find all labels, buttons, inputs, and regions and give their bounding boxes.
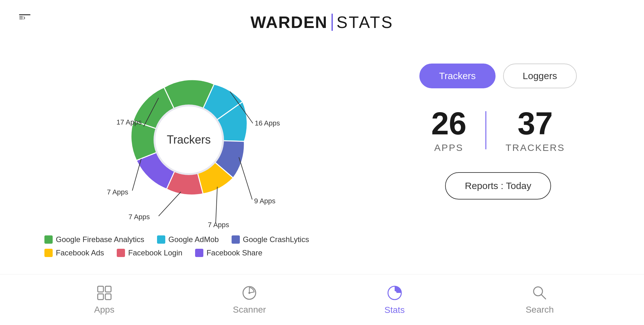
menu-arrow: ≡› <box>19 14 30 15</box>
legend-label-crashlytics: Google CrashLytics <box>243 235 309 244</box>
apps-count: 26 <box>431 107 466 139</box>
legend: Google Firebase Analytics Google AdMob G… <box>25 235 309 257</box>
legend-label-admob: Google AdMob <box>168 235 219 244</box>
legend-item-fb-share: Facebook Share <box>195 248 262 257</box>
svg-line-3 <box>132 159 141 191</box>
svg-line-16 <box>541 295 546 299</box>
legend-color-admob <box>157 235 165 244</box>
legend-row-2: Facebook Ads Facebook Login Facebook Sha… <box>44 248 309 257</box>
donut-svg: 17 Apps 16 Apps 7 Apps 9 Apps 7 Apps 7 A… <box>90 51 287 229</box>
nav-label-scanner: Scanner <box>233 305 266 315</box>
svg-rect-8 <box>105 286 111 292</box>
trackers-label: TRACKERS <box>505 142 565 153</box>
legend-color-fb-login <box>117 249 125 257</box>
label-7apps-bottom: 7 Apps <box>208 221 229 229</box>
label-17apps: 17 Apps <box>116 118 142 126</box>
legend-label-fb-ads: Facebook Ads <box>56 248 104 257</box>
reports-today-button[interactable]: Reports : Today <box>445 172 551 200</box>
svg-line-6 <box>216 187 217 222</box>
nav-label-search: Search <box>526 305 554 315</box>
chart-section: 17 Apps 16 Apps 7 Apps 9 Apps 7 Apps 7 A… <box>25 44 352 257</box>
nav-item-search[interactable]: Search <box>514 285 565 315</box>
legend-label-firebase: Google Firebase Analytics <box>56 235 144 244</box>
legend-color-firebase <box>44 235 53 244</box>
apps-icon <box>96 285 112 301</box>
scanner-icon <box>241 285 257 301</box>
label-7apps-left: 7 Apps <box>107 188 128 196</box>
svg-point-12 <box>248 292 250 294</box>
nav-item-apps[interactable]: Apps <box>79 285 130 315</box>
label-7apps-bottom-left: 7 Apps <box>128 213 150 221</box>
legend-item-firebase: Google Firebase Analytics <box>44 235 144 244</box>
stats-numbers: 26 APPS 37 TRACKERS <box>378 107 619 153</box>
search-icon <box>532 285 548 301</box>
trackers-stat: 37 TRACKERS <box>505 107 565 153</box>
legend-item-fb-login: Facebook Login <box>117 248 182 257</box>
nav-item-stats[interactable]: Stats <box>369 285 420 315</box>
legend-color-fb-ads <box>44 249 53 257</box>
logo-divider <box>332 14 333 31</box>
nav-item-scanner[interactable]: Scanner <box>224 285 275 315</box>
svg-rect-9 <box>98 294 103 300</box>
logo-warden: WARDEN <box>251 13 328 32</box>
stats-icon <box>386 285 403 301</box>
legend-label-fb-login: Facebook Login <box>128 248 182 257</box>
svg-point-0 <box>154 105 223 174</box>
donut-chart-container: 17 Apps 16 Apps 7 Apps 9 Apps 7 Apps 7 A… <box>90 51 287 229</box>
stats-section: Trackers Loggers 26 APPS 37 TRACKERS Rep… <box>378 44 619 257</box>
svg-rect-7 <box>98 286 103 292</box>
label-9apps: 9 Apps <box>254 197 275 205</box>
legend-label-fb-share: Facebook Share <box>207 248 262 257</box>
toggle-buttons: Trackers Loggers <box>419 64 577 88</box>
label-16apps: 16 Apps <box>255 119 280 127</box>
logo: WARDEN STATS <box>251 13 394 32</box>
bottom-nav: Apps Scanner Stats Search <box>0 274 644 325</box>
main-content: 17 Apps 16 Apps 7 Apps 9 Apps 7 Apps 7 A… <box>0 38 644 264</box>
legend-item-admob: Google AdMob <box>157 235 219 244</box>
legend-color-fb-share <box>195 249 203 257</box>
legend-color-crashlytics <box>232 235 240 244</box>
svg-rect-10 <box>105 294 111 300</box>
nav-label-apps: Apps <box>94 305 115 315</box>
apps-stat: 26 APPS <box>431 107 466 153</box>
legend-row-1: Google Firebase Analytics Google AdMob G… <box>44 235 309 244</box>
menu-icon[interactable]: ≡› <box>19 14 30 15</box>
svg-line-5 <box>159 192 181 216</box>
trackers-count: 37 <box>518 107 553 139</box>
stat-divider <box>485 111 486 149</box>
legend-item-crashlytics: Google CrashLytics <box>232 235 309 244</box>
nav-label-stats: Stats <box>384 305 405 315</box>
header: ≡› WARDEN STATS <box>0 0 644 38</box>
logo-stats: STATS <box>337 13 394 32</box>
legend-item-fb-ads: Facebook Ads <box>44 248 104 257</box>
loggers-toggle-button[interactable]: Loggers <box>503 64 577 88</box>
apps-label: APPS <box>434 142 463 153</box>
svg-point-14 <box>393 291 397 295</box>
trackers-toggle-button[interactable]: Trackers <box>419 64 496 88</box>
svg-line-4 <box>239 157 252 200</box>
